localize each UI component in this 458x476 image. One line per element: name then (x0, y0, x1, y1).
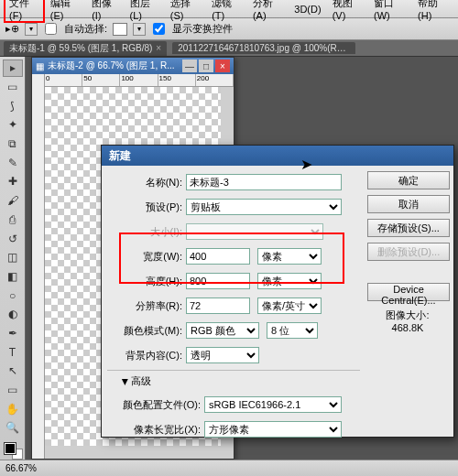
toolbox: ▸ ▭ ⟆ ✦ ⧉ ✎ ✚ 🖌 ⎙ ↺ ◫ ◧ ○ ◐ ✒ T ↖ ▭ ✋ 🔍 (0, 57, 26, 460)
resolution-field[interactable] (186, 298, 250, 314)
auto-select-label: 自动选择: (64, 22, 107, 36)
close-icon[interactable]: × (156, 43, 161, 53)
width-unit[interactable]: 像素 (257, 248, 322, 265)
delete-preset-button: 删除预设(D)... (367, 243, 450, 261)
color-swatches[interactable] (3, 441, 23, 460)
advanced-toggle[interactable]: ▶高级 (122, 374, 360, 388)
menu-image[interactable]: 图像(I) (86, 0, 124, 23)
background-select[interactable]: 透明 (186, 347, 259, 363)
height-field[interactable] (186, 273, 250, 289)
history-brush-tool[interactable]: ↺ (3, 230, 23, 247)
brush-tool[interactable]: 🖌 (3, 192, 23, 210)
crop-tool[interactable]: ⧉ (3, 135, 23, 153)
cancel-button[interactable]: 取消 (367, 195, 450, 213)
eyedropper-tool[interactable]: ✎ (3, 154, 23, 171)
wand-tool[interactable]: ✦ (3, 116, 23, 134)
eraser-tool[interactable]: ◫ (3, 249, 23, 266)
gradient-tool[interactable]: ◧ (3, 268, 23, 286)
menu-3d[interactable]: 3D(D) (289, 2, 326, 16)
menu-help[interactable]: 帮助(H) (412, 0, 454, 23)
healing-tool[interactable]: ✚ (3, 173, 23, 190)
menu-analysis[interactable]: 分析(A) (247, 0, 289, 23)
colorprofile-label: 颜色配置文件(O): (107, 398, 204, 412)
shape-tool[interactable]: ▭ (3, 382, 23, 399)
stamp-tool[interactable]: ⎙ (3, 211, 23, 229)
width-field[interactable] (186, 248, 250, 265)
menu-window[interactable]: 窗口(W) (368, 0, 412, 23)
tool-preset-dropdown[interactable]: ▾ (25, 23, 38, 36)
dialog-title[interactable]: 新建 (102, 146, 453, 166)
document-tabbar: 未标题-1 @ 59.5% (图层 1, RGB/8)× 20112271646… (0, 40, 458, 57)
marquee-tool[interactable]: ▭ (3, 79, 23, 96)
lasso-tool[interactable]: ⟆ (3, 97, 23, 114)
move-tool[interactable]: ▸ (3, 60, 23, 77)
close-button[interactable]: × (215, 60, 230, 72)
show-transform-checkbox[interactable] (153, 23, 165, 35)
path-tool[interactable]: ↖ (3, 362, 23, 380)
ok-button[interactable]: 确定 (367, 171, 450, 189)
blur-tool[interactable]: ○ (3, 287, 23, 304)
ruler-horizontal: 050100150200 (45, 74, 234, 87)
device-central-button[interactable]: Device Central(E)... (367, 283, 450, 301)
tab-doc-2[interactable]: 20112271646718107​63.jpg @ 100%(RGB/8)× (172, 42, 355, 54)
pixelaspect-select[interactable]: 方形像素 (204, 421, 342, 438)
dodge-tool[interactable]: ◐ (3, 306, 23, 323)
menu-select[interactable]: 选择(S) (165, 0, 206, 23)
background-label: 背景内容(C): (107, 349, 186, 362)
preset-select[interactable]: 剪贴板 (186, 199, 342, 215)
zoom-level[interactable]: 66.67% (5, 463, 37, 473)
hand-tool[interactable]: ✋ (3, 400, 23, 417)
status-bar: 66.67% (0, 460, 458, 476)
height-unit[interactable]: 像素 (257, 273, 322, 289)
type-tool[interactable]: T (3, 343, 23, 361)
show-transform-label: 显示变换控件 (172, 22, 233, 36)
menu-edit[interactable]: 编辑(E) (45, 0, 86, 23)
zoom-tool[interactable]: 🔍 (3, 419, 23, 437)
chevron-down-icon: ▶ (121, 379, 130, 385)
colorprofile-select[interactable]: sRGB IEC61966-2.1 (204, 396, 342, 413)
doc-titlebar[interactable]: ▦ 未标题-2 @ 66.7% (图层 1, R... — □ × (32, 58, 234, 74)
colormode-label: 颜色模式(M): (107, 324, 186, 338)
image-size-label: 图像大小: (367, 308, 448, 322)
height-label: 高度(H): (107, 275, 186, 288)
move-tool-icon[interactable]: ▸⊕ (5, 23, 19, 35)
menubar: 文件(F) 编辑(E) 图像(I) 图层(L) 选择(S) 滤镜(T) 分析(A… (0, 0, 458, 18)
ps-icon: ▦ (36, 61, 44, 71)
bitdepth-select[interactable]: 8 位 (267, 322, 318, 339)
doc-title: 未标题-2 @ 66.7% (图层 1, R... (48, 60, 175, 72)
tab-doc-1[interactable]: 未标题-1 @ 59.5% (图层 1, RGB/8)× (4, 41, 167, 56)
minimize-button[interactable]: — (182, 60, 197, 72)
new-document-dialog: 新建 名称(N): 预设(P): 剪贴板 大小(I): 宽度(W): 像素 高度… (101, 145, 454, 438)
auto-select-checkbox[interactable] (45, 23, 57, 35)
pixelaspect-label: 像素长宽比(X): (107, 423, 204, 437)
auto-select-dropdown[interactable]: ▾ (133, 23, 146, 36)
menu-layer[interactable]: 图层(L) (125, 0, 165, 23)
pen-tool[interactable]: ✒ (3, 325, 23, 342)
save-preset-button[interactable]: 存储预设(S)... (367, 219, 450, 237)
menu-view[interactable]: 视图(V) (327, 0, 368, 23)
image-size-value: 468.8K (367, 322, 448, 333)
name-label: 名称(N): (107, 176, 186, 189)
size-select (186, 223, 323, 240)
size-label: 大小(I): (107, 225, 186, 239)
auto-select-target[interactable] (113, 23, 127, 36)
preset-label: 预设(P): (107, 200, 186, 214)
resolution-label: 分辨率(R): (107, 299, 186, 313)
maximize-button[interactable]: □ (199, 60, 213, 72)
menu-filter[interactable]: 滤镜(T) (206, 0, 247, 23)
menu-file[interactable]: 文件(F) (4, 0, 45, 23)
foreground-color[interactable] (5, 443, 16, 454)
name-field[interactable] (186, 174, 342, 190)
ruler-vertical (32, 74, 45, 459)
resolution-unit[interactable]: 像素/英寸 (257, 298, 322, 314)
width-label: 宽度(W): (107, 250, 186, 264)
colormode-select[interactable]: RGB 颜色 (186, 322, 259, 339)
